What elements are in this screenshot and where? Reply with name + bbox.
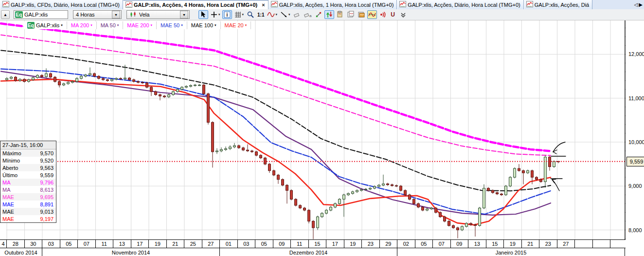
legend-item-label: MAE 200 bbox=[127, 22, 149, 28]
info-row-label: Mínimo bbox=[2, 158, 20, 164]
grid-tool-button[interactable]: ▾ bbox=[233, 10, 245, 19]
legend-item-ma-50[interactable]: MA 50▾ bbox=[97, 21, 124, 29]
alert-icon bbox=[379, 11, 387, 18]
tab-scroll-right-icon[interactable]: ▶ bbox=[639, 2, 643, 7]
tab-2[interactable]: GALP:xlis, Acções, 4 Horas, Hora Local (… bbox=[123, 0, 268, 9]
candle bbox=[19, 78, 21, 82]
x-tick-label: 17 bbox=[326, 240, 344, 248]
tab-1[interactable]: GALP:xlis, CFDs, Diário, Hora Local (TMG… bbox=[0, 0, 123, 9]
x-tick-label: 28 bbox=[7, 240, 25, 248]
x-tick-label: 15 bbox=[486, 240, 504, 248]
eraser-tool-button[interactable] bbox=[292, 10, 302, 19]
trendline-tool-button[interactable]: ▾ bbox=[279, 10, 291, 19]
x-tick-label: 17 bbox=[131, 240, 149, 248]
info-tool-button[interactable]: i bbox=[222, 10, 232, 19]
tab-scroll-left-icon[interactable]: ◁ bbox=[634, 2, 638, 7]
candle bbox=[133, 79, 135, 83]
legend-item-label: MA 200 bbox=[71, 22, 89, 28]
candle bbox=[531, 169, 534, 184]
candle bbox=[282, 178, 284, 186]
candle bbox=[483, 184, 485, 209]
legend-item-mae-20[interactable]: MAE 20▾ bbox=[221, 21, 251, 29]
info-row-mae: MAE8,891 bbox=[0, 201, 56, 208]
info-row-value: 8,613 bbox=[40, 187, 54, 193]
legend-item-ma-200[interactable]: MA 200▾ bbox=[67, 21, 97, 29]
chart-type-select[interactable]: Vela▼ bbox=[126, 10, 190, 19]
legend-symbol[interactable]: EqGALP:xlis▾ bbox=[23, 21, 67, 29]
x-tick-label: 09 bbox=[273, 240, 291, 248]
candle bbox=[36, 74, 39, 79]
info-panel-date: 27-Jan-15, 16:00 bbox=[0, 141, 56, 149]
chevron-down-icon: ▾ bbox=[61, 23, 63, 27]
indicator-tool-button[interactable]: ▾ bbox=[266, 10, 278, 19]
x-tick-label: 4 bbox=[0, 240, 7, 248]
legend-item-mae-50[interactable]: MAE 50▾ bbox=[157, 21, 187, 29]
candle bbox=[330, 206, 332, 211]
x-tick-empty bbox=[610, 240, 626, 248]
legend-item-mae-200[interactable]: MAE 200▾ bbox=[123, 21, 157, 29]
pointer-tool-button[interactable] bbox=[198, 10, 208, 19]
candle bbox=[312, 220, 315, 239]
chart-canvas[interactable] bbox=[0, 20, 644, 256]
copy-chart-2-button[interactable] bbox=[346, 10, 356, 19]
legend-item-mae-100[interactable]: MAE 100▾ bbox=[187, 21, 221, 29]
candle bbox=[212, 121, 214, 167]
y-tick-label: 8,000 bbox=[628, 227, 642, 233]
candle bbox=[299, 204, 302, 209]
candle bbox=[207, 92, 210, 124]
symbol-input[interactable]: EqGALP:xlis bbox=[14, 10, 68, 19]
candle bbox=[325, 209, 328, 215]
candle bbox=[444, 216, 446, 222]
zoom-tool-button[interactable] bbox=[246, 10, 255, 19]
candle bbox=[452, 224, 455, 229]
zoom-icon bbox=[247, 11, 254, 18]
candle bbox=[479, 207, 481, 227]
y-axis: 12,00011,00010,0009,0008,0009,559 bbox=[626, 20, 644, 256]
info-row-label: MAE bbox=[2, 194, 14, 200]
tab-scroll: ◁▶ bbox=[633, 0, 644, 9]
x-tick-label: 27 bbox=[202, 240, 220, 248]
tab-label: GALP:xlis, Acções, 1 Hora, Hora Local (T… bbox=[279, 2, 394, 8]
chevron-down-icon: ▾ bbox=[288, 13, 290, 17]
symbol-value: GALP:xlis bbox=[24, 12, 48, 18]
candle bbox=[277, 174, 280, 183]
chart-tab-icon bbox=[526, 1, 533, 8]
tab-3[interactable]: GALP:xlis, Acções, 1 Hora, Hora Local (T… bbox=[268, 0, 397, 9]
candle bbox=[45, 68, 48, 77]
chevron-down-icon: ▼ bbox=[180, 11, 188, 18]
copy-chart-1-button[interactable] bbox=[335, 10, 345, 19]
copy-chart-3-button[interactable] bbox=[357, 10, 366, 19]
timeframe-select[interactable]: 4 Horas▼ bbox=[73, 10, 122, 19]
candle bbox=[409, 194, 411, 201]
info-row-value: 9,559 bbox=[40, 172, 54, 178]
eraser-all-tool-button[interactable]: a bbox=[303, 10, 313, 19]
fit-tool-button[interactable] bbox=[314, 10, 323, 19]
candle bbox=[220, 147, 223, 152]
chart-tab-icon bbox=[271, 1, 278, 8]
overlay-tool-button[interactable] bbox=[367, 10, 377, 19]
info-row-label: Último bbox=[2, 172, 18, 178]
candle bbox=[514, 167, 516, 179]
info-row-mínimo: Mínimo9,520 bbox=[0, 157, 56, 164]
more-tools-button[interactable] bbox=[398, 10, 408, 19]
magnet-tool-button[interactable]: U bbox=[389, 10, 397, 19]
paste-icon bbox=[336, 11, 344, 18]
tab-label: GALP:xlis, Acções, 4 Horas, Hora Local (… bbox=[134, 2, 257, 8]
collapse-panel-button[interactable]: ▲ bbox=[1, 10, 10, 19]
chevron-down-icon: ▾ bbox=[181, 23, 183, 27]
alerts-tool-button[interactable] bbox=[378, 10, 388, 19]
candle bbox=[352, 191, 354, 195]
tab-close-icon[interactable]: × bbox=[262, 2, 265, 8]
tab-4[interactable]: GALP:xlis, Acções, Diário, Hora Local (T… bbox=[397, 0, 523, 9]
info-row-value: 9,563 bbox=[40, 165, 54, 171]
candle bbox=[163, 95, 166, 98]
candle bbox=[334, 202, 337, 208]
equity-badge-icon: Eq bbox=[27, 22, 35, 29]
chevron-down-icon: ▾ bbox=[242, 13, 244, 17]
autoscale-tool-button[interactable] bbox=[324, 10, 334, 19]
tab-5[interactable]: GALP:xlis, Acções, Diá bbox=[524, 0, 593, 9]
one-to-one-button[interactable]: 1:1 bbox=[256, 10, 265, 19]
candle bbox=[251, 150, 253, 153]
crosshair-tool-button[interactable]: ▾ bbox=[209, 10, 221, 19]
info-row-mae: MAE9,013 bbox=[0, 208, 56, 215]
